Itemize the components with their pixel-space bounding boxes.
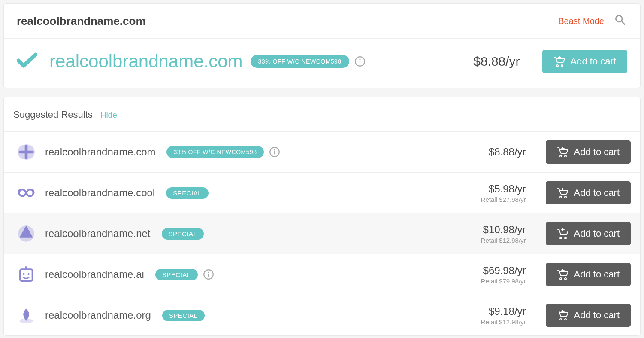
domain-name: realcoolbrandname.com [45,146,155,158]
add-to-cart-button[interactable]: Add to cart [546,140,631,164]
suggested-header: Suggested Results Hide [4,97,640,131]
price: $9.18/yr [462,305,526,317]
tld-icon [17,183,36,202]
info-icon[interactable] [354,56,366,67]
result-row: realcoolbrandname.cool SPECIAL $5.98/yr … [4,172,640,213]
add-to-cart-button[interactable]: Add to cart [546,263,631,286]
svg-point-12 [23,273,24,275]
add-to-cart-label: Add to cart [574,310,620,321]
tld-icon [17,224,36,243]
svg-rect-11 [20,269,33,281]
suggested-panel: Suggested Results Hide realcoolbrandname… [3,97,641,336]
retail-price: Retail $79.98/yr [462,277,526,285]
cart-plus-icon [557,147,569,157]
price: $8.88/yr [462,146,526,158]
price-column: $10.98/yr Retail $12.98/yr [462,224,526,244]
result-row: realcoolbrandname.net SPECIAL $10.98/yr … [4,213,640,254]
special-badge: SPECIAL [162,228,204,240]
info-icon[interactable] [269,146,280,158]
check-icon [17,52,37,70]
svg-point-16 [208,272,209,273]
price-column: $69.98/yr Retail $79.98/yr [462,265,526,285]
domain-name: realcoolbrandname.ai [45,268,144,280]
cart-plus-icon [553,56,565,67]
domain-name: realcoolbrandname.net [45,228,151,240]
result-row: realcoolbrandname.org SPECIAL $9.18/yr R… [4,295,640,335]
tld-icon [17,306,36,325]
add-to-cart-label: Add to cart [574,228,620,239]
svg-rect-14 [25,266,27,269]
result-row: realcoolbrandname.ai SPECIAL $69.98/yr R… [4,254,640,295]
price: $5.98/yr [462,183,526,195]
price-column: $5.98/yr Retail $27.98/yr [462,183,526,203]
result-row: realcoolbrandname.com 33% OFF W/C NEWCOM… [4,131,640,172]
svg-point-13 [27,273,29,275]
retail-price: Retail $12.98/yr [462,318,526,326]
cart-plus-icon [557,269,569,280]
add-to-cart-button[interactable]: Add to cart [546,181,631,204]
price: $10.98/yr [462,224,526,236]
add-to-cart-label: Add to cart [574,146,620,158]
retail-price: Retail $12.98/yr [462,237,526,244]
domain-search-input[interactable] [17,15,558,28]
cart-plus-icon [557,310,569,320]
beast-mode-link[interactable]: Beast Mode [558,16,604,26]
price-column: $8.88/yr [462,146,526,158]
svg-rect-2 [360,61,360,64]
tld-icon [17,265,36,284]
add-to-cart-button[interactable]: Add to cart [542,50,627,73]
tld-icon [17,143,36,161]
svg-point-1 [359,59,360,60]
add-to-cart-button[interactable]: Add to cart [546,222,631,245]
add-to-cart-button[interactable]: Add to cart [546,304,631,327]
featured-domain-name: realcoolbrandname.com [49,51,243,72]
special-badge: SPECIAL [162,310,205,321]
promo-badge: 33% OFF W/C NEWCOM598 [251,55,349,68]
add-to-cart-label: Add to cart [571,56,616,67]
domain-name: realcoolbrandname.org [45,309,151,321]
special-badge: SPECIAL [166,187,209,199]
price: $69.98/yr [462,265,526,277]
retail-price: Retail $27.98/yr [462,196,526,203]
add-to-cart-label: Add to cart [574,269,620,280]
add-to-cart-label: Add to cart [574,187,620,198]
promo-badge: 33% OFF W/C NEWCOM598 [166,146,263,158]
svg-rect-4 [18,151,33,154]
featured-result: realcoolbrandname.com 33% OFF W/C NEWCOM… [4,39,640,88]
cart-plus-icon [557,188,569,198]
svg-rect-7 [274,151,275,155]
search-bar: Beast Mode [4,4,640,39]
hide-link[interactable]: Hide [100,110,117,120]
domain-name: realcoolbrandname.cool [45,187,155,199]
cart-plus-icon [557,228,569,239]
special-badge: SPECIAL [155,269,198,280]
search-icon[interactable] [614,13,627,29]
info-icon[interactable] [203,269,214,280]
featured-price: $8.88/yr [473,54,520,69]
svg-point-6 [274,149,275,151]
search-panel: Beast Mode realcoolbrandname.com 33% OFF… [3,3,641,88]
price-column: $9.18/yr Retail $12.98/yr [462,305,526,326]
suggested-title: Suggested Results [13,109,93,120]
svg-rect-17 [208,274,209,277]
